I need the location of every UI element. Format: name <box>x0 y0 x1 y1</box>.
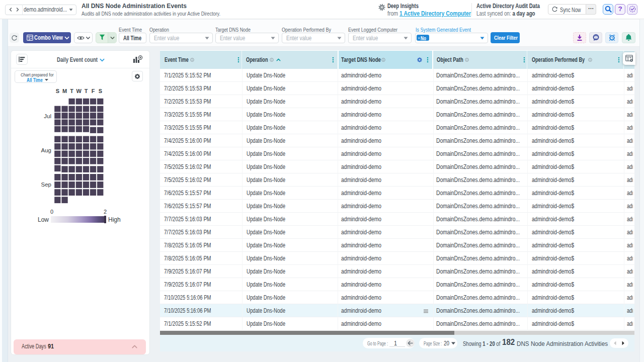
svg-text:T: T <box>85 88 88 94</box>
svg-text:M: M <box>62 88 67 94</box>
svg-text:Jul: Jul <box>44 113 51 119</box>
svg-text:S: S <box>99 88 102 94</box>
svg-text:F: F <box>92 88 95 94</box>
svg-text:Sep: Sep <box>41 182 51 188</box>
svg-text:T: T <box>70 88 73 94</box>
svg-text:S: S <box>56 88 59 94</box>
svg-text:W: W <box>76 88 82 94</box>
svg-text:Aug: Aug <box>41 147 51 153</box>
